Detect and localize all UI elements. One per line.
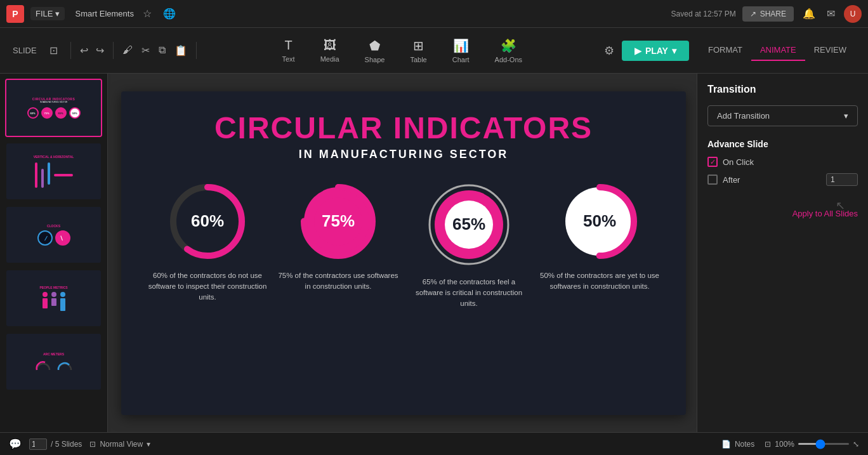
total-slides: / 5 Slides — [51, 440, 82, 449]
play-icon: ▶ — [635, 46, 641, 56]
slide-thumb-1[interactable]: CIRCULAR INDICATORS IN MANUFACTURING SEC… — [5, 79, 102, 137]
notes-icon: 📄 — [721, 440, 731, 449]
share-button[interactable]: ↗ SHARE — [742, 6, 794, 22]
text-tool-label: Text — [282, 55, 294, 63]
slide-thumb-4[interactable]: PEOPLE METRICS — [5, 269, 102, 327]
zoom-icon: ⊡ — [765, 440, 771, 449]
view-mode-label: Normal View — [100, 440, 143, 449]
page-number-input[interactable] — [29, 439, 47, 450]
right-panel: Transition Add Transition ▾ Advance Slid… — [697, 74, 868, 432]
circle-value-50: 50% — [583, 211, 616, 231]
bottom-left: 💬 / 5 Slides ⊡ Normal View ▾ — [9, 438, 150, 450]
add-transition-button[interactable]: Add Transition ▾ — [707, 105, 858, 126]
copy-icon[interactable]: ⧉ — [156, 42, 168, 59]
indicator-60: 60% 60% of the contractors do not use so… — [147, 180, 268, 310]
center-tools: T Text 🖼 Media ⬟ Shape ⊞ Table 📊 Chart 🧩… — [203, 36, 602, 66]
notes-button[interactable]: 📄 Notes — [721, 440, 754, 449]
notes-label: Notes — [735, 440, 754, 449]
chart-tool[interactable]: 📊 Chart — [447, 36, 475, 66]
slide-canvas: CIRCULAR INDICATORS IN MANUFACTURING SEC… — [121, 91, 686, 415]
settings-icon[interactable]: ⚙ — [602, 41, 617, 60]
notifications-icon[interactable]: 🔔 — [800, 5, 818, 22]
bottom-right: 📄 Notes ⊡ 100% ⤡ — [721, 440, 859, 449]
slide-label: SLIDE — [13, 46, 37, 55]
mail-icon[interactable]: ✉ — [824, 5, 838, 22]
share-icon: ↗ — [750, 10, 756, 18]
paste-icon[interactable]: 📋 — [172, 42, 190, 59]
circle-value-65: 65% — [452, 214, 485, 234]
paint-format-icon[interactable]: 🖌 — [120, 42, 135, 59]
addons-tool[interactable]: 🧩 Add-Ons — [490, 36, 527, 66]
slide-thumb-wrapper-2: 2 VERTICAL & HORIZONTAL — [5, 142, 102, 201]
tab-format[interactable]: FORMAT — [699, 40, 751, 61]
shape-tool[interactable]: ⬟ Shape — [360, 36, 390, 66]
slide-thumb-wrapper-1: 1 CIRCULAR INDICATORS IN MANUFACTURING S… — [5, 79, 102, 137]
after-checkbox[interactable] — [707, 175, 718, 185]
table-tool-label: Table — [410, 56, 426, 63]
indicator-75: 75% 75% of the contractors use softwares… — [278, 180, 398, 310]
slide-thumb-5[interactable]: ARC METERS — [5, 333, 102, 391]
slide-thumb-3[interactable]: CLOCKS — [5, 206, 102, 264]
slide-controls-icons: ⊡ — [47, 42, 60, 59]
view-mode-icon: ⊡ — [89, 440, 96, 449]
slide-thumb-wrapper-3: 3 CLOCKS — [5, 206, 102, 264]
circle-chart-65: 65% — [424, 180, 513, 269]
slide-layout-icon[interactable]: ⊡ — [47, 42, 60, 59]
avatar[interactable]: U — [844, 5, 862, 23]
indicator-desc-60: 60% of the contractors do not use softwa… — [147, 270, 268, 303]
slide-thumb-wrapper-4: 4 PEOPLE METRICS — [5, 269, 102, 327]
file-label: FILE — [36, 9, 53, 18]
chart-tool-label: Chart — [452, 56, 470, 63]
project-name: Smart Elements — [75, 9, 133, 18]
cursor-icon: ↖ — [836, 199, 845, 213]
media-icon: 🖼 — [324, 38, 336, 53]
cursor-area: ↖ — [707, 199, 858, 224]
circle-value-75: 75% — [322, 211, 355, 231]
after-label: After — [723, 175, 740, 185]
after-input[interactable] — [826, 173, 858, 186]
on-click-checkbox[interactable] — [707, 157, 718, 167]
text-tool[interactable]: T Text — [277, 36, 299, 65]
file-menu[interactable]: FILE ▾ — [30, 7, 65, 20]
advance-slide-title: Advance Slide — [707, 139, 858, 149]
star-icon[interactable]: ☆ — [140, 5, 154, 22]
add-transition-chevron-icon: ▾ — [844, 111, 848, 121]
undo-button[interactable]: ↩ — [77, 42, 91, 59]
media-tool[interactable]: 🖼 Media — [315, 36, 345, 65]
on-click-row: On Click — [707, 157, 858, 167]
indicator-desc-75: 75% of the contractors use softwares in … — [278, 270, 398, 293]
slide-controls: SLIDE ⊡ — [13, 42, 71, 59]
right-tabs: FORMAT ANIMATE REVIEW — [699, 40, 855, 61]
canvas-area: CIRCULAR INDICATORS IN MANUFACTURING SEC… — [110, 74, 697, 432]
toolbar: SLIDE ⊡ ↩ ↪ 🖌 ✂ ⧉ 📋 T Text 🖼 Media ⬟ Sha… — [0, 28, 868, 74]
chat-icon[interactable]: 💬 — [9, 438, 22, 450]
transition-title: Transition — [707, 84, 858, 95]
cut-icon[interactable]: ✂ — [139, 42, 152, 59]
circle-chart-50: 50% — [558, 180, 641, 263]
slide-thumb-wrapper-5: 5 ARC METERS — [5, 333, 102, 391]
zoom-control: ⊡ 100% ⤡ — [765, 440, 859, 449]
zoom-value: 100% — [775, 440, 794, 449]
zoom-fit-icon[interactable]: ⤡ — [853, 440, 859, 449]
slide-panel: 1 CIRCULAR INDICATORS IN MANUFACTURING S… — [0, 74, 108, 432]
indicator-65: 65% 65% of the contractors feel a softwa… — [409, 180, 529, 310]
tab-animate[interactable]: ANIMATE — [751, 40, 805, 61]
play-label: PLAY — [645, 46, 668, 56]
play-chevron-icon: ▾ — [672, 46, 676, 56]
app-icon: P — [6, 5, 24, 23]
redo-button[interactable]: ↪ — [93, 42, 107, 59]
view-mode-selector[interactable]: ⊡ Normal View ▾ — [89, 440, 150, 449]
play-button[interactable]: ▶ PLAY ▾ — [622, 41, 689, 61]
slide-thumb-2[interactable]: VERTICAL & HORIZONTAL — [5, 142, 102, 201]
tab-review[interactable]: REVIEW — [805, 40, 855, 61]
undo-redo-group: ↩ ↪ — [77, 42, 114, 59]
table-tool[interactable]: ⊞ Table — [405, 36, 431, 66]
zoom-slider[interactable] — [798, 443, 849, 445]
circle-chart-60: 60% — [166, 180, 249, 263]
indicator-desc-50: 50% of the contractors are yet to use so… — [539, 270, 660, 293]
shape-icon: ⬟ — [369, 38, 380, 53]
indicators-row: 60% 60% of the contractors do not use so… — [134, 180, 673, 310]
saved-text: Saved at 12:57 PM — [671, 10, 736, 18]
slide-title: CIRCULAR INDICATORS — [214, 110, 593, 145]
globe-icon[interactable]: 🌐 — [161, 5, 178, 22]
